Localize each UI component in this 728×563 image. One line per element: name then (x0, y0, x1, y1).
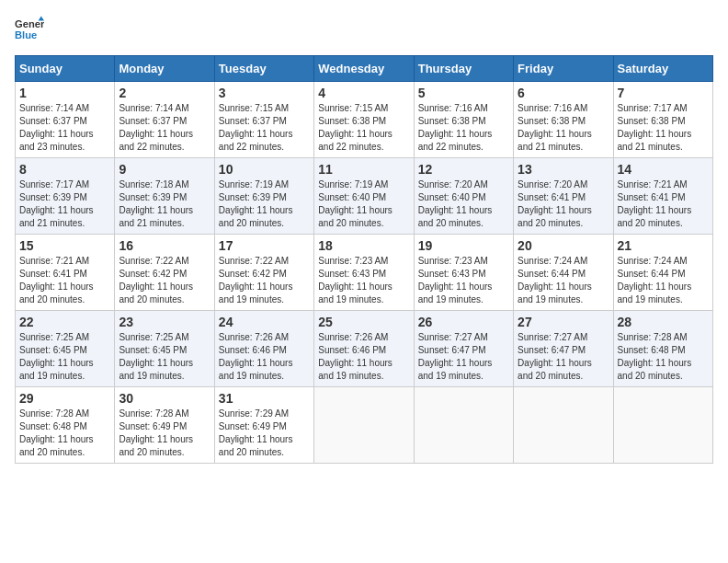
calendar-cell: 8Sunrise: 7:17 AM Sunset: 6:39 PM Daylig… (16, 158, 115, 235)
calendar-cell: 6Sunrise: 7:16 AM Sunset: 6:38 PM Daylig… (514, 82, 613, 158)
day-number: 7 (618, 86, 709, 100)
day-number: 20 (518, 238, 609, 253)
calendar-cell: 24Sunrise: 7:26 AM Sunset: 6:46 PM Dayli… (214, 311, 313, 387)
day-number: 9 (119, 162, 210, 177)
day-info: Sunrise: 7:20 AM Sunset: 6:40 PM Dayligh… (418, 178, 509, 230)
day-info: Sunrise: 7:21 AM Sunset: 6:41 PM Dayligh… (19, 255, 110, 306)
calendar-cell: 21Sunrise: 7:24 AM Sunset: 6:44 PM Dayli… (613, 235, 712, 311)
day-number: 21 (618, 238, 709, 253)
day-info: Sunrise: 7:20 AM Sunset: 6:41 PM Dayligh… (518, 178, 609, 230)
day-number: 19 (418, 238, 509, 253)
day-number: 30 (119, 391, 210, 406)
day-info: Sunrise: 7:29 AM Sunset: 6:49 PM Dayligh… (219, 408, 310, 459)
week-row-3: 15Sunrise: 7:21 AM Sunset: 6:41 PM Dayli… (16, 235, 713, 311)
calendar-cell: 11Sunrise: 7:19 AM Sunset: 6:40 PM Dayli… (314, 158, 414, 235)
calendar-cell: 15Sunrise: 7:21 AM Sunset: 6:41 PM Dayli… (16, 235, 115, 311)
calendar-cell: 28Sunrise: 7:28 AM Sunset: 6:48 PM Dayli… (613, 311, 712, 387)
day-info: Sunrise: 7:23 AM Sunset: 6:43 PM Dayligh… (418, 255, 509, 306)
calendar-cell: 19Sunrise: 7:23 AM Sunset: 6:43 PM Dayli… (414, 235, 513, 311)
week-row-1: 1Sunrise: 7:14 AM Sunset: 6:37 PM Daylig… (16, 82, 713, 158)
day-info: Sunrise: 7:19 AM Sunset: 6:39 PM Dayligh… (219, 178, 310, 230)
week-row-5: 29Sunrise: 7:28 AM Sunset: 6:48 PM Dayli… (16, 387, 713, 464)
calendar-cell: 3Sunrise: 7:15 AM Sunset: 6:37 PM Daylig… (214, 82, 313, 158)
calendar-cell: 9Sunrise: 7:18 AM Sunset: 6:39 PM Daylig… (115, 158, 214, 235)
calendar-cell: 31Sunrise: 7:29 AM Sunset: 6:49 PM Dayli… (214, 387, 313, 464)
calendar-cell: 29Sunrise: 7:28 AM Sunset: 6:48 PM Dayli… (16, 387, 115, 464)
page-header: General Blue (15, 15, 713, 44)
calendar-table: SundayMondayTuesdayWednesdayThursdayFrid… (15, 55, 713, 464)
calendar-cell: 17Sunrise: 7:22 AM Sunset: 6:42 PM Dayli… (214, 235, 313, 311)
day-number: 11 (318, 162, 409, 177)
calendar-cell: 20Sunrise: 7:24 AM Sunset: 6:44 PM Dayli… (514, 235, 613, 311)
calendar-cell: 27Sunrise: 7:27 AM Sunset: 6:47 PM Dayli… (514, 311, 613, 387)
calendar-cell (314, 387, 414, 464)
calendar-cell: 18Sunrise: 7:23 AM Sunset: 6:43 PM Dayli… (314, 235, 414, 311)
calendar-cell: 22Sunrise: 7:25 AM Sunset: 6:45 PM Dayli… (16, 311, 115, 387)
logo: General Blue (15, 15, 44, 44)
day-info: Sunrise: 7:28 AM Sunset: 6:49 PM Dayligh… (119, 408, 210, 459)
day-number: 15 (19, 238, 110, 253)
day-number: 22 (19, 315, 110, 329)
dow-header-sunday: Sunday (16, 56, 115, 82)
week-row-2: 8Sunrise: 7:17 AM Sunset: 6:39 PM Daylig… (16, 158, 713, 235)
calendar-cell: 1Sunrise: 7:14 AM Sunset: 6:37 PM Daylig… (16, 82, 115, 158)
dow-header-saturday: Saturday (613, 56, 712, 82)
calendar-cell: 2Sunrise: 7:14 AM Sunset: 6:37 PM Daylig… (115, 82, 214, 158)
calendar-cell: 23Sunrise: 7:25 AM Sunset: 6:45 PM Dayli… (115, 311, 214, 387)
calendar-cell: 25Sunrise: 7:26 AM Sunset: 6:46 PM Dayli… (314, 311, 414, 387)
day-number: 26 (418, 315, 509, 329)
day-info: Sunrise: 7:25 AM Sunset: 6:45 PM Dayligh… (19, 331, 110, 383)
day-number: 27 (518, 315, 609, 329)
calendar-body: 1Sunrise: 7:14 AM Sunset: 6:37 PM Daylig… (16, 82, 713, 464)
svg-text:Blue: Blue (15, 29, 37, 40)
day-number: 29 (19, 391, 110, 406)
day-number: 5 (418, 86, 509, 100)
calendar-cell (514, 387, 613, 464)
day-info: Sunrise: 7:24 AM Sunset: 6:44 PM Dayligh… (518, 255, 609, 306)
day-info: Sunrise: 7:22 AM Sunset: 6:42 PM Dayligh… (119, 255, 210, 306)
day-info: Sunrise: 7:24 AM Sunset: 6:44 PM Dayligh… (618, 255, 709, 306)
day-info: Sunrise: 7:28 AM Sunset: 6:48 PM Dayligh… (618, 331, 709, 383)
day-info: Sunrise: 7:16 AM Sunset: 6:38 PM Dayligh… (518, 102, 609, 154)
day-number: 4 (318, 86, 409, 100)
day-number: 12 (418, 162, 509, 177)
day-number: 24 (219, 315, 310, 329)
day-number: 3 (219, 86, 310, 100)
days-of-week-row: SundayMondayTuesdayWednesdayThursdayFrid… (16, 56, 713, 82)
day-info: Sunrise: 7:18 AM Sunset: 6:39 PM Dayligh… (119, 178, 210, 230)
dow-header-tuesday: Tuesday (214, 56, 313, 82)
day-info: Sunrise: 7:23 AM Sunset: 6:43 PM Dayligh… (318, 255, 409, 306)
dow-header-wednesday: Wednesday (314, 56, 414, 82)
day-info: Sunrise: 7:19 AM Sunset: 6:40 PM Dayligh… (318, 178, 409, 230)
calendar-cell: 30Sunrise: 7:28 AM Sunset: 6:49 PM Dayli… (115, 387, 214, 464)
day-info: Sunrise: 7:15 AM Sunset: 6:37 PM Dayligh… (219, 102, 310, 154)
day-number: 31 (219, 391, 310, 406)
calendar-cell: 13Sunrise: 7:20 AM Sunset: 6:41 PM Dayli… (514, 158, 613, 235)
day-info: Sunrise: 7:27 AM Sunset: 6:47 PM Dayligh… (418, 331, 509, 383)
day-info: Sunrise: 7:17 AM Sunset: 6:38 PM Dayligh… (618, 102, 709, 154)
dow-header-monday: Monday (115, 56, 214, 82)
day-number: 16 (119, 238, 210, 253)
day-number: 14 (618, 162, 709, 177)
day-info: Sunrise: 7:28 AM Sunset: 6:48 PM Dayligh… (19, 408, 110, 459)
day-number: 17 (219, 238, 310, 253)
day-info: Sunrise: 7:26 AM Sunset: 6:46 PM Dayligh… (318, 331, 409, 383)
day-number: 13 (518, 162, 609, 177)
calendar-cell: 7Sunrise: 7:17 AM Sunset: 6:38 PM Daylig… (613, 82, 712, 158)
day-number: 28 (618, 315, 709, 329)
dow-header-friday: Friday (514, 56, 613, 82)
day-info: Sunrise: 7:22 AM Sunset: 6:42 PM Dayligh… (219, 255, 310, 306)
day-number: 25 (318, 315, 409, 329)
day-number: 18 (318, 238, 409, 253)
day-info: Sunrise: 7:16 AM Sunset: 6:38 PM Dayligh… (418, 102, 509, 154)
calendar-cell: 12Sunrise: 7:20 AM Sunset: 6:40 PM Dayli… (414, 158, 513, 235)
logo-icon: General Blue (15, 15, 44, 44)
day-number: 2 (119, 86, 210, 100)
day-number: 23 (119, 315, 210, 329)
dow-header-thursday: Thursday (414, 56, 513, 82)
day-info: Sunrise: 7:27 AM Sunset: 6:47 PM Dayligh… (518, 331, 609, 383)
day-number: 10 (219, 162, 310, 177)
day-info: Sunrise: 7:21 AM Sunset: 6:41 PM Dayligh… (618, 178, 709, 230)
day-info: Sunrise: 7:17 AM Sunset: 6:39 PM Dayligh… (19, 178, 110, 230)
calendar-cell: 14Sunrise: 7:21 AM Sunset: 6:41 PM Dayli… (613, 158, 712, 235)
